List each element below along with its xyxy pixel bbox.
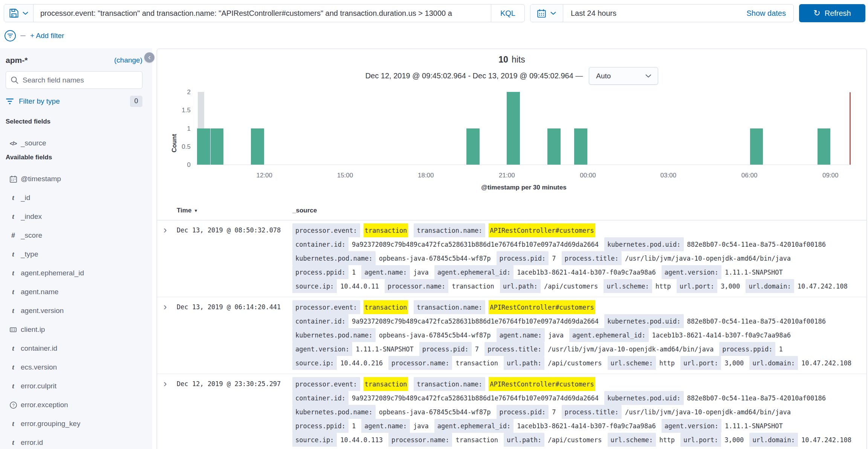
field-item-error.grouping_key[interactable]: terror.grouping_key [6, 414, 142, 433]
query-input[interactable]: processor.event: "transaction" and trans… [34, 9, 491, 18]
field-name: ecs.version [21, 363, 57, 371]
field-item-@timestamp[interactable]: @timestamp [6, 170, 142, 188]
field-value: 10.44.0.216 [340, 357, 383, 370]
expand-row-button[interactable]: › [157, 377, 177, 447]
field-name: _source [21, 139, 46, 147]
time-range-label[interactable]: Last 24 hours [563, 9, 739, 18]
field-badge: processor.event: [292, 223, 360, 237]
refresh-icon: ↻ [813, 9, 820, 17]
field-badge: processor.name: [388, 433, 452, 447]
field-badge: source.ip: [292, 356, 337, 370]
histogram-bar[interactable] [197, 128, 210, 165]
field-item-_index[interactable]: t_index [6, 207, 142, 226]
field-value: /api/customers [544, 280, 598, 293]
field-item-_id[interactable]: t_id [6, 188, 142, 207]
histogram-bar[interactable] [750, 128, 763, 165]
refresh-button[interactable]: ↻ Refresh [799, 4, 865, 22]
field-item-_source[interactable]: </>_source [6, 134, 142, 153]
field-value: http [659, 357, 675, 370]
field-badge: kubernetes.pod.uid: [604, 391, 683, 405]
field-value: 1aceb1b3-8621-4a14-b307-f0a9c7aa98a6 [517, 266, 656, 279]
field-badge: url.scheme: [604, 279, 652, 293]
histogram-bar[interactable] [547, 128, 561, 165]
date-quick-select-button[interactable] [530, 5, 563, 22]
calendar-icon [537, 9, 546, 18]
interval-select[interactable]: Auto [589, 67, 658, 85]
field-badge: agent.version: [662, 265, 721, 279]
add-filter-button[interactable]: + Add filter [30, 32, 64, 40]
field-search-input[interactable] [23, 76, 138, 84]
histogram-bar[interactable] [211, 128, 224, 165]
field-value: 10.44.0.11 [340, 280, 379, 293]
field-value: 3,000 [724, 357, 744, 370]
field-item-error.exception[interactable]: ?error.exception [6, 396, 142, 414]
field-badge: transaction.name: [414, 377, 485, 391]
text-field-icon: t [12, 420, 14, 428]
field-item-_score[interactable]: #_score [6, 226, 142, 245]
field-value: 10.47.242.108 [798, 280, 848, 293]
saved-query-menu-button[interactable] [4, 5, 34, 22]
change-index-pattern-link[interactable]: (change) [114, 56, 142, 64]
time-column-header[interactable]: Time ▼ [177, 207, 292, 214]
field-item-container.id[interactable]: tcontainer.id [6, 339, 142, 358]
field-item-error.id[interactable]: terror.id [6, 433, 142, 449]
text-field-icon: t [12, 288, 14, 296]
field-name: error.id [21, 438, 43, 447]
filter-divider [20, 35, 26, 36]
chevron-down-icon [22, 11, 29, 15]
refresh-label: Refresh [825, 9, 851, 18]
field-value: 7 [475, 343, 479, 356]
field-value: 9a92372089c79b489ca472fca528631b886d1e76… [352, 392, 599, 405]
histogram-bar[interactable] [574, 128, 587, 165]
histogram-bar[interactable] [507, 92, 520, 165]
field-badge: url.domain: [746, 279, 794, 293]
field-badge: process.title: [562, 251, 622, 265]
field-badge: url.port: [680, 433, 721, 447]
histogram-bar[interactable] [818, 128, 831, 165]
field-item-agent.ephemeral_id[interactable]: tagent.ephemeral_id [6, 264, 142, 283]
field-item-agent.name[interactable]: tagent.name [6, 283, 142, 301]
field-value: 7 [552, 252, 556, 265]
histogram-bar[interactable] [466, 128, 480, 165]
field-value: java [413, 420, 429, 432]
expand-row-button[interactable]: › [157, 223, 177, 293]
row-source-summary: processor.event:transactiontransaction.n… [292, 377, 866, 447]
field-badge: container.id: [292, 237, 348, 251]
filter-bar: + Add filter [5, 29, 64, 43]
field-value: transaction [455, 357, 498, 370]
field-item-error.culprit[interactable]: terror.culprit [6, 377, 142, 396]
current-time-marker [850, 92, 851, 165]
field-value: 10.44.0.113 [340, 434, 383, 446]
top-bar: processor.event: "transaction" and trans… [0, 0, 868, 26]
query-language-button[interactable]: KQL [491, 5, 524, 22]
field-value-highlighted: transaction [364, 377, 408, 391]
collapse-sidebar-button[interactable]: ‹ [144, 52, 154, 63]
field-item-agent.version[interactable]: tagent.version [6, 301, 142, 320]
field-value: 1 [779, 343, 782, 356]
field-badge: kubernetes.pod.name: [292, 405, 376, 419]
field-badge: process.pid: [497, 251, 549, 265]
field-value: 9a92372089c79b489ca472fca528631b886d1e76… [352, 315, 599, 328]
field-name: _index [21, 212, 42, 221]
filter-by-type-button[interactable]: Filter by type [19, 97, 125, 105]
field-badge: process.title: [562, 405, 622, 419]
text-field-icon: t [12, 269, 14, 277]
expand-row-button[interactable]: › [157, 300, 177, 370]
field-badge: url.scheme: [608, 356, 656, 370]
field-badge: process.title: [484, 342, 544, 356]
field-item-client.ip[interactable]: client.ip [6, 320, 142, 339]
filter-options-button[interactable] [5, 30, 16, 41]
row-timestamp: Dec 13, 2019 @ 08:50:32.078 [177, 223, 292, 293]
y-axis-tick: 0.5 [172, 143, 191, 151]
field-badge: process.ppid: [292, 419, 348, 433]
field-badge: url.port: [680, 356, 721, 370]
field-badge: processor.event: [292, 300, 360, 314]
field-item-_type[interactable]: t_type [6, 245, 142, 264]
field-value: /usr/lib/jvm/java-10-openjdk-amd64/bin/j… [548, 343, 714, 356]
field-value: 882e8b07-0c54-11ea-8a75-42010af00186 [687, 238, 826, 251]
date-picker: Last 24 hours Show dates [530, 4, 794, 22]
show-dates-button[interactable]: Show dates [739, 9, 793, 18]
field-item-ecs.version[interactable]: tecs.version [6, 358, 142, 377]
histogram-bar[interactable] [251, 128, 264, 165]
x-axis-tick: 00:00 [580, 172, 596, 179]
